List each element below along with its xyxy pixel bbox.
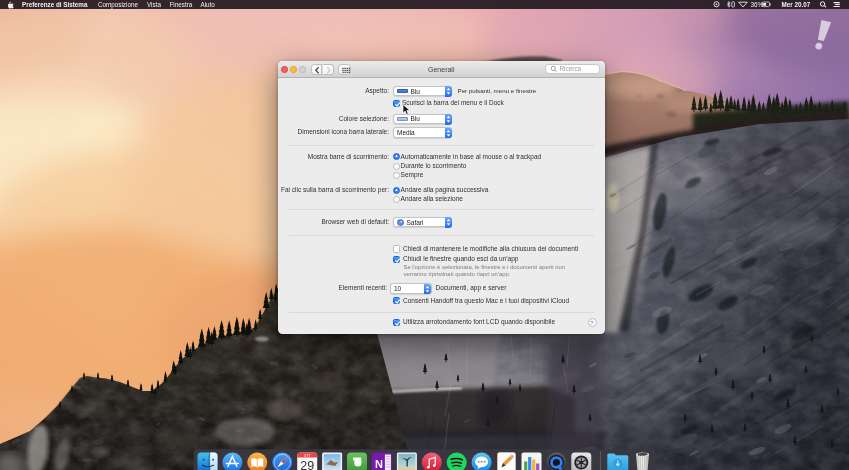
svg-text:29: 29	[300, 459, 314, 470]
svg-text:OTT: OTT	[304, 454, 311, 458]
svg-text:N: N	[375, 458, 383, 470]
